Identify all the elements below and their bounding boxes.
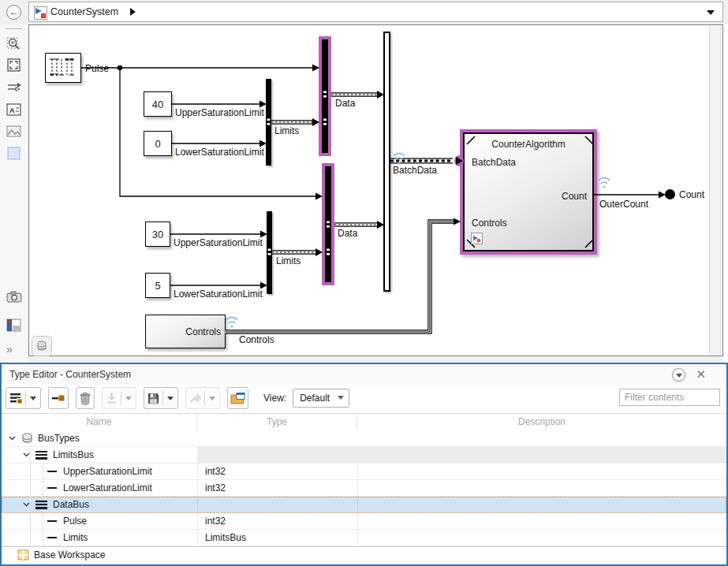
row-name: Base Workspace xyxy=(34,549,106,560)
row-type[interactable] xyxy=(197,430,357,446)
dropdown-caret-icon[interactable] xyxy=(125,397,132,400)
row-type[interactable]: int32 xyxy=(197,480,357,496)
share-button[interactable] xyxy=(185,387,220,409)
workspace-icon xyxy=(17,549,29,560)
hide-explorer-button[interactable]: ← xyxy=(6,5,21,20)
database-icon xyxy=(21,433,33,444)
viewmarks-icon[interactable] xyxy=(6,318,22,333)
type-row-databus[interactable]: DataBus xyxy=(2,497,726,513)
breadcrumb[interactable]: CounterSystem xyxy=(28,2,723,22)
dropdown-caret-icon[interactable] xyxy=(209,397,215,400)
bus-creator-data1-highlighted[interactable] xyxy=(319,36,331,156)
expand-more-icon[interactable]: » xyxy=(6,343,22,359)
image-icon[interactable] xyxy=(6,124,22,140)
type-row-limitsbus[interactable]: LimitsBus xyxy=(2,447,726,464)
type-editor-titlebar[interactable]: Type Editor - CounterSystem ✕ xyxy=(2,364,726,385)
row-type[interactable] xyxy=(197,547,357,563)
constant-upper1-block[interactable]: 40 xyxy=(144,91,172,117)
area-icon[interactable] xyxy=(6,146,22,162)
sidebar-divider xyxy=(5,28,22,29)
fit-to-view-icon[interactable] xyxy=(6,58,22,73)
vertical-scrollbar[interactable] xyxy=(709,26,721,355)
row-description[interactable] xyxy=(357,530,726,546)
type-row-bustypes[interactable]: BusTypes xyxy=(2,430,726,447)
expand-chevron-icon[interactable] xyxy=(21,452,32,457)
screenshot-icon[interactable] xyxy=(6,289,22,305)
save-button[interactable] xyxy=(144,387,178,409)
row-type[interactable]: LimitsBus xyxy=(197,530,357,546)
signal-label: OuterCount xyxy=(599,199,648,210)
bus-creator-limits2[interactable] xyxy=(267,211,272,294)
signal-label: Data xyxy=(338,228,357,239)
type-editor-badge[interactable] xyxy=(32,336,52,356)
bus-creator-batchdata[interactable] xyxy=(383,32,390,292)
constant-lower1-block[interactable]: 0 xyxy=(144,131,172,156)
row-name: BusTypes xyxy=(38,433,80,444)
row-name: DataBus xyxy=(53,499,89,510)
row-name: LowerSaturationLimit xyxy=(63,482,152,493)
open-in-dialog-button[interactable] xyxy=(227,387,248,409)
add-bus-element-button[interactable] xyxy=(48,387,69,409)
row-type[interactable]: int32 xyxy=(197,513,357,529)
counter-algorithm-block[interactable]: CounterAlgorithm BatchData Controls Coun… xyxy=(460,129,597,255)
pulse-block[interactable] xyxy=(45,53,81,83)
row-type[interactable]: int32 xyxy=(197,464,357,479)
breadcrumb-model-name[interactable]: CounterSystem xyxy=(50,6,118,17)
dropdown-caret-icon[interactable] xyxy=(167,397,174,400)
model-canvas[interactable]: 40 0 30 5 Controls xyxy=(28,24,723,356)
database-icon xyxy=(36,341,47,352)
breadcrumb-bar: ← CounterSystem xyxy=(0,0,728,24)
delete-button[interactable] xyxy=(76,387,95,409)
type-row-pulse[interactable]: Pulseint32 xyxy=(2,513,726,530)
view-select[interactable]: Default xyxy=(293,389,349,408)
model-reference-badge-icon[interactable] xyxy=(471,233,483,244)
annotation-icon[interactable]: A xyxy=(6,102,22,117)
bus-element-icon xyxy=(47,471,57,473)
count-outport[interactable] xyxy=(665,189,675,199)
column-header-type[interactable]: Type xyxy=(197,414,357,431)
column-header-name[interactable]: Name xyxy=(2,414,197,431)
row-description[interactable] xyxy=(357,547,726,563)
add-bus-button[interactable] xyxy=(6,387,41,409)
diagram-wires xyxy=(29,25,722,356)
row-type[interactable] xyxy=(197,447,357,463)
dropdown-caret-icon[interactable] xyxy=(30,397,36,400)
type-row-limits[interactable]: LimitsLimitsBus xyxy=(2,530,726,546)
constant-value: 40 xyxy=(152,99,163,110)
expand-chevron-icon[interactable] xyxy=(21,502,32,507)
row-name: UpperSaturationLimit xyxy=(63,466,152,477)
zoom-region-icon[interactable] xyxy=(6,35,22,51)
type-row-lowersaturationlimit[interactable]: LowerSaturationLimitint32 xyxy=(2,480,726,497)
bus-element-icon xyxy=(47,537,57,539)
add-bus-icon xyxy=(9,391,23,405)
row-type[interactable] xyxy=(197,497,357,512)
constant-lower2-block[interactable]: 5 xyxy=(145,273,170,298)
row-description[interactable] xyxy=(357,447,726,463)
bus-element-icon xyxy=(47,487,57,490)
bus-creator-limits1[interactable] xyxy=(266,79,271,166)
signal-routing-icon[interactable] xyxy=(6,80,22,95)
filter-contents-input[interactable] xyxy=(619,389,720,406)
column-header-description[interactable]: Description xyxy=(357,414,726,431)
import-button[interactable] xyxy=(102,387,136,409)
signal-label: Limits xyxy=(276,255,301,266)
row-description[interactable] xyxy=(357,464,726,479)
svg-text:A: A xyxy=(9,106,15,114)
type-row-uppersaturationlimit[interactable]: UpperSaturationLimitint32 xyxy=(2,464,726,480)
expand-chevron-icon[interactable] xyxy=(6,436,17,441)
pulse-label: Pulse xyxy=(85,63,109,74)
row-description[interactable] xyxy=(357,497,726,512)
type-row-base-workspace[interactable]: Base Workspace xyxy=(2,546,726,564)
simulink-window: ← CounterSystem A xyxy=(0,0,728,566)
row-description[interactable] xyxy=(357,430,726,446)
collapse-panel-button[interactable] xyxy=(672,368,685,382)
constant-value: 5 xyxy=(155,280,160,292)
breadcrumb-dropdown-icon[interactable] xyxy=(707,10,715,15)
row-description[interactable] xyxy=(357,513,726,529)
row-description[interactable] xyxy=(357,480,726,496)
algo-port-batchdata: BatchData xyxy=(472,157,516,168)
close-panel-button[interactable]: ✕ xyxy=(696,367,706,382)
controls-subsystem-block[interactable]: Controls xyxy=(145,315,226,348)
constant-upper2-block[interactable]: 30 xyxy=(145,222,170,247)
bus-creator-data2-highlighted[interactable] xyxy=(322,163,334,285)
